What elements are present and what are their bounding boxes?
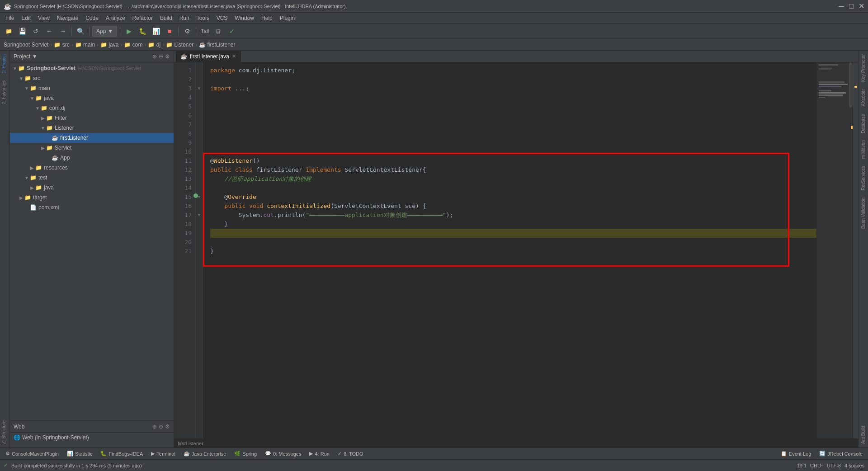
menu-code[interactable]: Code <box>82 14 102 22</box>
code-line-14[interactable] <box>210 184 816 193</box>
tree-item-java-dir[interactable]: ▼ 📁 java <box>10 93 174 103</box>
stop-btn[interactable]: ■ <box>164 25 175 37</box>
code-content[interactable]: package com.dj.Listener; import ...; @We… <box>203 62 816 438</box>
code-line-15[interactable]: @Override <box>210 193 816 202</box>
menu-window[interactable]: Window <box>231 14 258 22</box>
tree-item-pom[interactable]: 📄 pom.xml <box>10 203 174 212</box>
toolbar-terminal-btn[interactable]: 🖥 <box>212 25 224 37</box>
panel-label-1-project[interactable]: 1: Project <box>0 51 9 77</box>
code-line-11[interactable]: @WebListener() <box>210 156 816 165</box>
bottom-tab-statistic[interactable]: 📊 Statistic <box>63 449 96 459</box>
right-tab-bean-validation[interactable]: Bean Validation <box>859 194 867 232</box>
project-action-settings[interactable]: ⚙ <box>165 53 170 60</box>
tree-item-listener[interactable]: ▼ 📁 Listener <box>10 123 174 133</box>
code-line-5[interactable] <box>210 102 816 111</box>
code-editor[interactable]: 1 2 3 4 5 6 7 8 9 10 11 12 13 14 15 16 1… <box>174 62 858 438</box>
tree-item-main[interactable]: ▼ 📁 main <box>10 83 174 93</box>
app-selector[interactable]: App ▼ <box>92 26 117 37</box>
tree-item-test-java[interactable]: ▶ 📁 java <box>10 183 174 193</box>
tab-close-btn[interactable]: ✕ <box>232 53 236 59</box>
breadcrumb-dj[interactable]: 📁 dj <box>148 42 160 48</box>
menu-analyze[interactable]: Analyze <box>102 14 129 22</box>
menu-tools[interactable]: Tools <box>193 14 213 22</box>
tail-label[interactable]: Tail <box>199 28 211 34</box>
code-line-17[interactable]: System.out.println("——————————applicatio… <box>210 211 816 220</box>
project-action-sync[interactable]: ⊕ <box>152 53 157 60</box>
panel-label-structure[interactable]: Z: Structure <box>0 417 9 447</box>
menu-build[interactable]: Build <box>156 14 176 22</box>
toolbar-back-btn[interactable]: ← <box>43 25 55 37</box>
close-button[interactable]: ✕ <box>858 3 864 9</box>
toolbar-search-btn[interactable]: 🔍 <box>75 25 86 37</box>
tree-item-filter[interactable]: ▶ 📁 Filter <box>10 113 174 123</box>
toolbar-save-btn[interactable]: 💾 <box>16 25 28 37</box>
code-line-20[interactable] <box>210 238 816 247</box>
code-line-2[interactable] <box>210 75 816 84</box>
code-line-12[interactable]: public class firstListener implements Se… <box>210 165 816 174</box>
run-coverage-btn[interactable]: 📊 <box>150 25 162 37</box>
panel-label-favorites[interactable]: 2: Favorites <box>0 77 9 108</box>
right-tab-database[interactable]: Database <box>859 110 867 137</box>
menu-plugin[interactable]: Plugin <box>276 14 298 22</box>
menu-file[interactable]: File <box>2 14 18 22</box>
bottom-tab-terminal[interactable]: ▶ Terminal <box>147 449 179 459</box>
bottom-tab-spring[interactable]: 🌿 Spring <box>231 449 260 459</box>
bottom-tab-todo[interactable]: ✓ 6: TODO <box>334 449 367 459</box>
toolbar-done-btn[interactable]: ✓ <box>226 25 238 37</box>
code-line-7[interactable] <box>210 120 816 129</box>
menu-run[interactable]: Run <box>176 14 193 22</box>
bottom-tab-javaenterprise[interactable]: ☕ Java Enterprise <box>180 449 230 459</box>
maximize-button[interactable]: □ <box>848 3 854 9</box>
code-line-9[interactable] <box>210 138 816 147</box>
menu-help[interactable]: Help <box>258 14 276 22</box>
tree-item-servlet[interactable]: ▶ 📁 Servlet <box>10 143 174 153</box>
web-action-3[interactable]: ⚙ <box>165 424 170 430</box>
code-line-1[interactable]: package com.dj.Listener; <box>210 66 816 75</box>
right-tab-axcoder[interactable]: AXcoder <box>859 85 867 110</box>
project-action-collapse[interactable]: ⊖ <box>159 53 163 60</box>
breadcrumb-main[interactable]: 📁 main <box>75 42 95 48</box>
code-line-19[interactable] <box>210 229 816 238</box>
minimap-scrollbar[interactable] <box>849 62 853 108</box>
toolbar-forward-btn[interactable]: → <box>57 25 69 37</box>
bottom-tab-jrebel[interactable]: 🔄 JRebel Console <box>816 449 866 459</box>
bottom-tab-consolemavenplugin[interactable]: ⚙ ConsoleMavenPlugin <box>2 449 62 459</box>
right-tab-maven[interactable]: m Maven <box>859 137 867 162</box>
code-line-10[interactable] <box>210 147 816 156</box>
right-tab-ant-build[interactable]: Ant Build <box>859 422 867 447</box>
build-btn[interactable]: ▶ <box>123 25 135 37</box>
project-dropdown[interactable]: Project ▼ <box>14 53 38 60</box>
menu-refactor[interactable]: Refactor <box>129 14 156 22</box>
web-action-1[interactable]: ⊕ <box>152 424 157 430</box>
breadcrumb-src[interactable]: 📁 src <box>54 42 69 48</box>
tree-item-resources[interactable]: ▶ 📁 resources <box>10 163 174 173</box>
code-line-6[interactable] <box>210 111 816 120</box>
breadcrumb-listener[interactable]: 📁 Listener <box>166 42 193 48</box>
right-tab-retservices[interactable]: RetServices <box>859 162 867 194</box>
breadcrumb-file[interactable]: ☕ firstListener <box>199 42 235 48</box>
tree-item-root[interactable]: ▼ 📁 Springboot-Servlet H:\CSDN\Springboo… <box>10 63 174 73</box>
code-line-8[interactable] <box>210 129 816 138</box>
breadcrumb-java[interactable]: 📁 java <box>100 42 118 48</box>
tree-item-target[interactable]: ▶ 📁 target <box>10 193 174 203</box>
minimize-button[interactable]: ─ <box>838 3 844 9</box>
tree-item-src[interactable]: ▼ 📁 src <box>10 73 174 83</box>
editor-tab-firstlistener[interactable]: ☕ firstListener.java ✕ <box>176 51 241 62</box>
menu-view[interactable]: View <box>34 14 53 22</box>
code-line-13[interactable]: //监听application对象的创建 <box>210 174 816 184</box>
fold-icon-17[interactable]: ▼ <box>196 211 203 220</box>
bottom-tab-eventlog[interactable]: 📋 Event Log <box>777 449 815 459</box>
web-action-2[interactable]: ⊖ <box>159 424 163 430</box>
right-scrollbar[interactable] <box>853 62 858 438</box>
tree-item-firstlistener[interactable]: ☕ firstListener <box>10 133 174 143</box>
code-line-16[interactable]: public void contextInitialized(ServletCo… <box>210 202 816 211</box>
web-panel-item[interactable]: 🌐 Web (in Springboot-Servlet) <box>10 433 174 443</box>
code-line-21[interactable]: } <box>210 247 816 256</box>
tree-item-test[interactable]: ▼ 📁 test <box>10 173 174 183</box>
breadcrumb-project[interactable]: Springboot-Servlet <box>4 42 48 48</box>
right-tab-key-promoter[interactable]: Key Promoter <box>859 51 867 85</box>
toolbar-more-btn[interactable]: ⚙ <box>181 25 193 37</box>
debug-btn[interactable]: 🐛 <box>137 25 148 37</box>
fold-icon-3[interactable]: ▼ <box>196 84 203 93</box>
menu-edit[interactable]: Edit <box>18 14 34 22</box>
